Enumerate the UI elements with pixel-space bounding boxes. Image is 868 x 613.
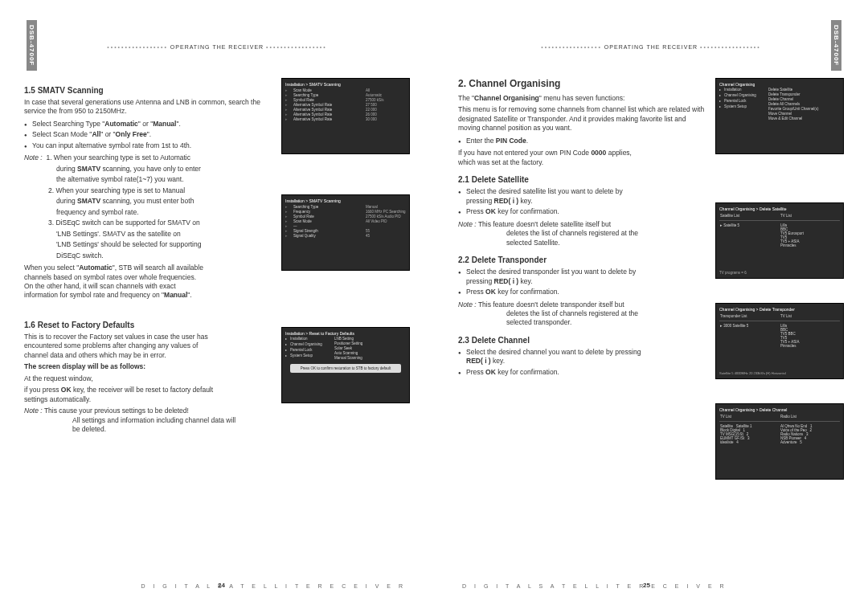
section-2-title: 2. Channel Organising	[458, 78, 706, 89]
left-text-column: 1.5 SMATV Scanning In case that several …	[24, 78, 272, 443]
s21-bullets: Select the desired satellite list you wa…	[458, 187, 706, 216]
s2-p2: This menu is for removing some channels …	[458, 105, 706, 133]
bullet-item: Select the desired transponder list you …	[458, 268, 706, 286]
bullet-item: Select Scan Mode "All" or "Only Free".	[24, 130, 272, 139]
s16-p3: if you press OK key, the receiver will b…	[24, 386, 272, 404]
bullet-item: Press OK key for confirmation.	[458, 207, 706, 216]
section-2-3-title: 2.3 Delete Channel	[458, 336, 706, 345]
s15-para2: When you select "Automatic", STB will se…	[24, 264, 272, 300]
screenshot-channel-organising: Channel Organising InstallationChannel O…	[715, 78, 844, 154]
section-2-2-title: 2.2 Delete Transponder	[458, 255, 706, 264]
screenshot-delete-channel: Channel Organising > Delete Channel TV L…	[715, 403, 844, 480]
s21-note: Note : This feature doesn't delete satel…	[458, 220, 706, 247]
dots-icon: •••••••••••••••••	[700, 44, 761, 50]
screenshot-factory-reset: Installation > Reset to Factory Defaults…	[281, 327, 410, 403]
s22-bullets: Select the desired transponder list you …	[458, 268, 706, 296]
header-text: OPERATING THE RECEIVER	[170, 44, 264, 50]
s15-note: Note : 1. When your searching type is se…	[24, 153, 272, 260]
header-left: ••••••••••••••••• OPERATING THE RECEIVER…	[24, 44, 410, 50]
s2-p3: If you have not entered your own PIN Cod…	[458, 149, 706, 167]
screenshot-smatv-manual: Installation > SMATV Scanning ▸Searching…	[281, 194, 410, 271]
s15-bullets: Select Searching Type "Automatic" or "Ma…	[24, 120, 272, 150]
s16-note: Note : This cause your previous settings…	[24, 407, 272, 434]
screenshot-delete-satellite: Channel Organising > Delete Satellite Sa…	[715, 202, 844, 279]
bullet-item: You can input alternative symbol rate fr…	[24, 141, 272, 150]
s16-bold-line: The screen display will be as follows:	[24, 362, 272, 371]
right-image-column: Channel Organising InstallationChannel O…	[715, 78, 844, 504]
section-1-5-title: 1.5 SMATV Scanning	[24, 86, 272, 95]
section-2-1-title: 2.1 Delete Satellite	[458, 175, 706, 184]
footer-right: D I G I T A L S A T E L L I T E R E C E …	[462, 583, 727, 589]
bullet-item: Select the desired channel you want to d…	[458, 348, 706, 366]
footer-left: D I G I T A L S A T E L L I T E R E C E …	[141, 583, 406, 589]
bullet-item: Press OK key for confirmation.	[458, 368, 706, 377]
bullet-item: Select the desired satellite list you wa…	[458, 187, 706, 206]
s15-intro: In case that several generations use Ant…	[24, 98, 272, 116]
right-text-column: 2. Channel Organising The "Channel Organ…	[458, 78, 706, 504]
header-right: ••••••••••••••••• OPERATING THE RECEIVER…	[458, 44, 844, 50]
manual-spread: DSB-4700F ••••••••••••••••• OPERATING TH…	[0, 0, 868, 613]
s16-p1: This is to recover the Factory set value…	[24, 333, 272, 360]
header-text: OPERATING THE RECEIVER	[604, 44, 698, 50]
dots-icon: •••••••••••••••••	[107, 44, 168, 50]
bullet-item: Select Searching Type "Automatic" or "Ma…	[24, 120, 272, 129]
bullet-item: Enter the PIN Code.	[458, 137, 706, 145]
screenshot-smatv-auto: Installation > SMATV Scanning ▸Scan Mode…	[281, 78, 410, 154]
left-image-column: Installation > SMATV Scanning ▸Scan Mode…	[281, 78, 410, 443]
model-tab-right: DSB-4700F	[831, 20, 841, 71]
s23-bullets: Select the desired channel you want to d…	[458, 348, 706, 377]
screenshot-delete-transponder: Channel Organising > Delete Transponder …	[715, 303, 844, 379]
bullet-item: Press OK key for confirmation.	[458, 288, 706, 296]
s2-p1: The "Channel Organising" menu has seven …	[458, 94, 706, 103]
dots-icon: •••••••••••••••••	[541, 44, 602, 50]
left-columns: 1.5 SMATV Scanning In case that several …	[24, 78, 410, 443]
right-columns: 2. Channel Organising The "Channel Organ…	[458, 78, 844, 504]
model-tab-left: DSB-4700F	[27, 20, 37, 71]
s2-bullets: Enter the PIN Code.	[458, 137, 706, 145]
page-24: DSB-4700F ••••••••••••••••• OPERATING TH…	[0, 0, 434, 613]
page-25: DSB-4700F ••••••••••••••••• OPERATING TH…	[434, 0, 868, 613]
s22-note: Note : This feature doesn't delete trans…	[458, 300, 706, 328]
section-1-6-title: 1.6 Reset to Factory Defaults	[24, 321, 272, 329]
dots-icon: •••••••••••••••••	[266, 44, 327, 50]
s16-p2: At the request window,	[24, 374, 272, 383]
